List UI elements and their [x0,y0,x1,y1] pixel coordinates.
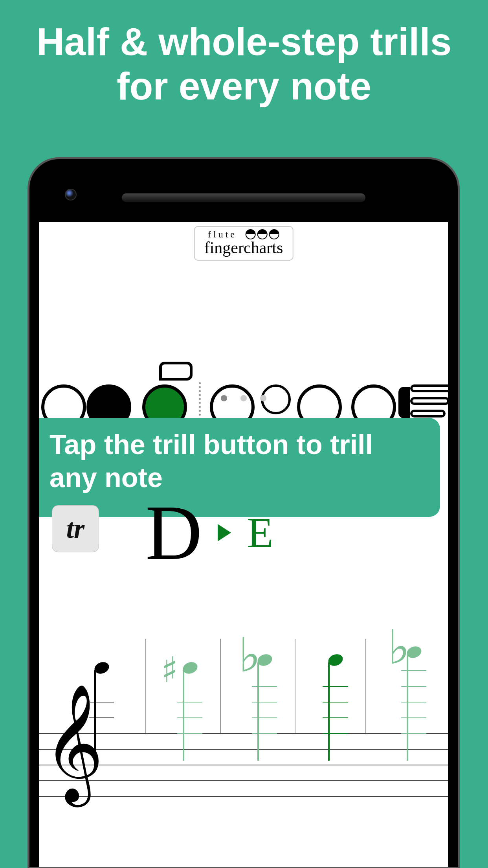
app-logo-dots-icon [246,229,279,239]
staff-note-selected[interactable] [328,655,343,666]
app-logo-small: flute [208,230,237,239]
callout-text: Tap the trill button to trill any note [39,418,440,501]
app-logo: flute fingercharts [194,226,294,261]
page-dot-1[interactable] [221,395,227,401]
arrow-right-icon [218,524,231,541]
device-side-button [459,513,460,564]
page-indicator[interactable] [221,395,266,401]
staff-separator [365,639,366,733]
staff-note-option[interactable]: ♯ [183,662,198,673]
staff-separator [145,639,146,733]
note-from[interactable]: D [145,493,202,572]
note-display: D E [145,493,273,572]
staff-separator [295,639,295,733]
key-gsharp-lever[interactable] [159,362,193,381]
app-screen: flute fingercharts [39,222,448,867]
device-frame: flute fingercharts [28,157,460,868]
foot-roller-3[interactable] [410,410,446,417]
page-dot-2[interactable] [240,395,247,401]
fingering-chart[interactable] [39,303,448,385]
note-to[interactable]: E [247,511,273,554]
foot-roller-1[interactable] [410,384,448,392]
page-dot-3[interactable] [260,395,266,401]
foot-key-eb[interactable] [398,387,410,418]
foot-roller-2[interactable] [410,397,448,405]
staff-note-option[interactable]: ♭ [407,647,422,658]
device-side-button [459,450,460,501]
device-camera [65,189,77,200]
foot-keys[interactable] [409,384,448,422]
staff-note-option[interactable]: ♭ [257,655,272,666]
device-speaker [122,193,365,202]
app-logo-main: fingercharts [204,239,283,256]
staff-note-from[interactable] [94,662,109,673]
device-notch [29,167,458,222]
trill-button[interactable]: tr [52,505,99,552]
promo-headline: Half & whole-step trills for every note [0,20,488,108]
staff-selector[interactable]: 𝄞 ♯ ♭ [39,639,448,835]
staff-separator [220,639,221,733]
